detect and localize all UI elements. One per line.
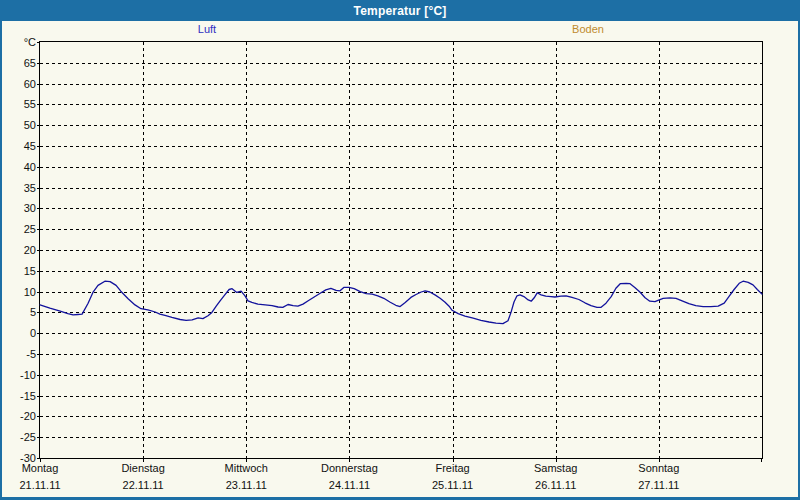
x-axis-day-label: Donnerstag24.11.11 [321,462,378,491]
y-tick-label: 30 [24,202,36,214]
y-tick-label: 55 [24,98,36,110]
day-date-label: 26.11.11 [534,479,577,491]
x-axis-day-label: Sonntag27.11.11 [638,462,679,491]
x-axis-day-label: Mittwoch23.11.11 [225,462,268,491]
chart-area: Luft Boden °C 65605550454035302520151050… [2,21,798,497]
legend-entry-luft: Luft [198,23,216,35]
title-bar[interactable]: Temperatur [°C] [0,0,800,21]
y-tick-label: 35 [24,182,36,194]
day-name-label: Samstag [534,462,577,474]
day-date-label: 24.11.11 [321,479,378,491]
plot-svg [40,42,762,458]
y-tick-label: 5 [30,306,36,318]
y-tick-label: -20 [20,410,36,422]
y-tick-label: 20 [24,244,36,256]
y-tick-label: 25 [24,223,36,235]
x-axis-day-label: Freitag25.11.11 [432,462,473,491]
grid-group [37,42,762,462]
y-tick-label: 60 [24,78,36,90]
y-tick-label: -15 [20,390,36,402]
day-date-label: 21.11.11 [19,479,60,491]
y-tick-label: 15 [24,265,36,277]
x-axis-day-label: Dienstag22.11.11 [121,462,164,491]
day-name-label: Dienstag [121,462,164,474]
series-line-luft [40,281,762,323]
y-tick-label: 40 [24,161,36,173]
y-tick-label: 50 [24,119,36,131]
y-tick-label: -5 [26,348,36,360]
day-name-label: Sonntag [638,462,679,474]
plot-area [39,41,763,459]
y-tick-label: -10 [20,369,36,381]
app-window: Temperatur [°C] Luft Boden °C 6560555045… [0,0,800,500]
y-axis-labels: 65605550454035302520151050-5-10-15-20-25… [2,42,36,458]
day-name-label: Mittwoch [225,462,268,474]
legend-entry-boden: Boden [572,23,604,35]
y-tick-label: 0 [30,327,36,339]
x-axis-day-label: Montag21.11.11 [19,462,60,491]
y-tick-label: 45 [24,140,36,152]
day-date-label: 23.11.11 [225,479,268,491]
y-tick-label: -25 [20,431,36,443]
window-title: Temperatur [°C] [354,4,447,18]
x-axis-day-label: Samstag26.11.11 [534,462,577,491]
day-name-label: Donnerstag [321,462,378,474]
y-tick-label: 65 [24,57,36,69]
day-name-label: Freitag [432,462,473,474]
y-tick-label: -30 [20,452,36,464]
day-date-label: 27.11.11 [638,479,679,491]
day-date-label: 22.11.11 [121,479,164,491]
day-date-label: 25.11.11 [432,479,473,491]
y-tick-label: 10 [24,286,36,298]
